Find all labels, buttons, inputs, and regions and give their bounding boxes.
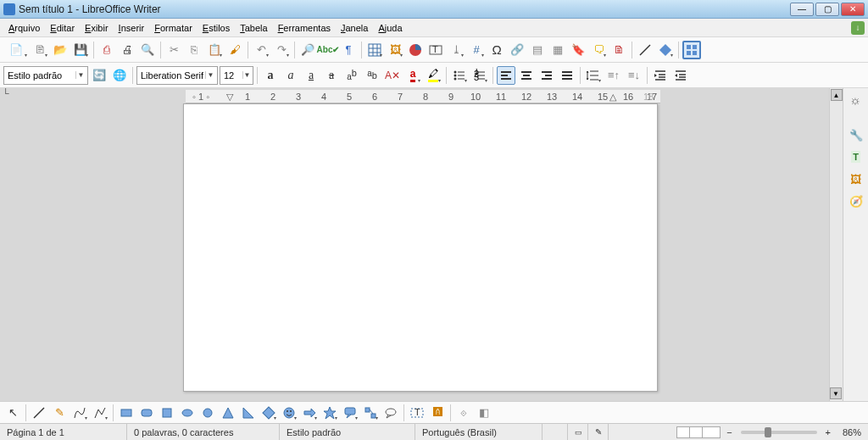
- insert-image-button[interactable]: 🖼: [386, 41, 404, 59]
- templates-button[interactable]: 🖹: [31, 41, 49, 59]
- speech-bubble-tool[interactable]: [381, 404, 400, 422]
- find-replace-button[interactable]: 🔎: [298, 41, 317, 59]
- new-style-button[interactable]: 🌐: [110, 66, 129, 85]
- font-color-button[interactable]: a: [403, 66, 422, 85]
- basic-shapes-button[interactable]: [656, 41, 675, 59]
- update-style-button[interactable]: 🔄: [90, 66, 108, 85]
- stars-tool[interactable]: [320, 404, 339, 422]
- increase-spacing-button[interactable]: ≡↑: [604, 66, 623, 85]
- subscript-button[interactable]: ab: [363, 66, 381, 85]
- font-size-input[interactable]: [224, 70, 242, 81]
- insert-hyperlink-button[interactable]: 🔗: [508, 41, 526, 59]
- status-signature[interactable]: ✎: [588, 424, 609, 440]
- new-button[interactable]: 📄: [3, 41, 29, 59]
- insert-field-button[interactable]: #: [467, 41, 486, 59]
- insert-bookmark-button[interactable]: 🔖: [569, 41, 587, 59]
- strikethrough-button[interactable]: a: [322, 66, 341, 85]
- callouts-tool[interactable]: [341, 404, 359, 422]
- ellipse-tool[interactable]: [178, 404, 197, 422]
- polygon-tool[interactable]: [91, 404, 109, 422]
- book-view[interactable]: [702, 426, 721, 438]
- menu-tools[interactable]: Ferramentas: [273, 20, 336, 36]
- font-name-combo[interactable]: ▼: [136, 66, 218, 85]
- insert-chart-button[interactable]: [406, 41, 425, 59]
- bold-button[interactable]: a: [261, 66, 280, 85]
- toggle-extrusion-tool[interactable]: ◧: [475, 404, 493, 422]
- select-tool[interactable]: ↖: [3, 404, 22, 422]
- insert-comment-button[interactable]: 🗨: [589, 41, 608, 59]
- menu-edit[interactable]: Editar: [45, 20, 80, 36]
- status-insert-mode[interactable]: [542, 424, 568, 440]
- zoom-slider-knob[interactable]: [765, 427, 771, 437]
- insert-special-char-button[interactable]: Ω: [487, 41, 506, 59]
- insert-endnote-button[interactable]: ▦: [548, 41, 567, 59]
- bullets-button[interactable]: [450, 66, 469, 85]
- scroll-up-button[interactable]: ▲: [831, 89, 843, 101]
- freeform-tool[interactable]: ✎: [50, 404, 69, 422]
- line-spacing-button[interactable]: [584, 66, 603, 85]
- paste-button[interactable]: 📋: [205, 41, 224, 59]
- zoom-slider[interactable]: [741, 431, 817, 434]
- isoceles-triangle-tool[interactable]: [219, 404, 237, 422]
- rounded-rect-tool[interactable]: [137, 404, 156, 422]
- fontwork-tool[interactable]: 🅰: [428, 404, 447, 422]
- line-tool[interactable]: [30, 404, 48, 422]
- status-language[interactable]: Português (Brasil): [415, 424, 542, 440]
- export-pdf-button[interactable]: ⎙: [97, 41, 116, 59]
- highlight-button[interactable]: 🖍: [424, 66, 442, 85]
- para-style-input[interactable]: [8, 70, 75, 81]
- show-draw-functions-button[interactable]: [682, 41, 701, 59]
- menu-help[interactable]: Ajuda: [373, 20, 407, 36]
- status-page[interactable]: Página 1 de 1: [0, 424, 127, 440]
- flowchart-tool[interactable]: [361, 404, 380, 422]
- print-preview-button[interactable]: 🔍: [138, 41, 157, 59]
- print-button[interactable]: 🖨: [118, 41, 136, 59]
- horizontal-ruler[interactable]: ◦ 1 ◦ ▽ 1 2 3 4 5 6 7 8 9 10 11 12 13 14…: [186, 90, 660, 103]
- curve-tool[interactable]: [70, 404, 89, 422]
- edit-points-tool[interactable]: ⟐: [454, 404, 473, 422]
- insert-textbox-button[interactable]: T: [426, 41, 445, 59]
- font-size-combo[interactable]: ▼: [220, 66, 253, 85]
- right-triangle-tool[interactable]: [239, 404, 258, 422]
- page-viewport[interactable]: [12, 103, 829, 401]
- zoom-percent[interactable]: 86%: [834, 424, 868, 440]
- status-selection-mode[interactable]: ▭: [568, 424, 588, 440]
- multi-page-view[interactable]: [689, 426, 703, 438]
- align-right-button[interactable]: [537, 66, 556, 85]
- close-button[interactable]: ✕: [841, 3, 865, 16]
- block-arrows-tool[interactable]: [300, 404, 319, 422]
- menu-view[interactable]: Exibir: [80, 20, 114, 36]
- basic-shapes-tool[interactable]: [259, 404, 278, 422]
- sidebar-properties-icon[interactable]: 🔧: [847, 125, 865, 144]
- save-button[interactable]: 💾: [71, 41, 90, 59]
- zoom-in-button[interactable]: +: [822, 427, 834, 437]
- increase-indent-button[interactable]: [651, 66, 670, 85]
- sidebar-settings-icon[interactable]: ⛭: [847, 92, 865, 110]
- insert-pagebreak-button[interactable]: ⤓: [447, 41, 465, 59]
- dropdown-icon[interactable]: ▼: [205, 71, 215, 79]
- maximize-button[interactable]: ▢: [815, 3, 839, 16]
- minimize-button[interactable]: —: [790, 3, 814, 16]
- update-available-icon[interactable]: ↓: [851, 21, 865, 35]
- vertical-scrollbar[interactable]: ▲ ▼: [829, 88, 843, 401]
- dropdown-icon[interactable]: ▼: [75, 71, 86, 79]
- insert-table-button[interactable]: [365, 41, 384, 59]
- italic-button[interactable]: a: [281, 66, 300, 85]
- sidebar-styles-icon[interactable]: T: [847, 148, 865, 166]
- insert-line-button[interactable]: [636, 41, 654, 59]
- spellcheck-button[interactable]: Abc✔: [319, 41, 337, 59]
- decrease-spacing-button[interactable]: ≡↓: [625, 66, 643, 85]
- zoom-out-button[interactable]: −: [723, 427, 735, 437]
- align-left-button[interactable]: [497, 66, 515, 85]
- undo-button[interactable]: ↶: [252, 41, 270, 59]
- justify-button[interactable]: [558, 66, 576, 85]
- insert-text-box-tool[interactable]: T: [408, 404, 426, 422]
- symbol-shapes-tool[interactable]: [280, 404, 298, 422]
- numbering-button[interactable]: 123: [470, 66, 489, 85]
- single-page-view[interactable]: [676, 426, 690, 438]
- copy-button[interactable]: ⎘: [185, 41, 203, 59]
- redo-button[interactable]: ↷: [272, 41, 291, 59]
- menu-insert[interactable]: Inserir: [114, 20, 150, 36]
- decrease-indent-button[interactable]: [671, 66, 690, 85]
- underline-button[interactable]: a: [302, 66, 320, 85]
